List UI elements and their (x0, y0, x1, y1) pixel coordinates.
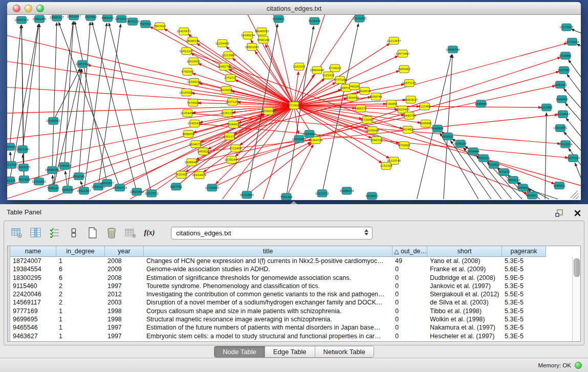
tab-node-table[interactable]: Node Table (214, 346, 265, 357)
graph-node[interactable]: 8530431 (272, 15, 285, 23)
graph-node[interactable]: 10482745 (217, 63, 231, 70)
graph-node[interactable]: 16046756 (189, 141, 203, 148)
table-row[interactable]: 969969511998Structural magnetic resonanc… (10, 315, 572, 323)
table-row[interactable]: 1938455462009Genome-wide association stu… (10, 265, 572, 273)
graph-node[interactable]: 9806854 (182, 130, 195, 137)
zoom-window-button[interactable] (36, 5, 44, 12)
tab-edge-table[interactable]: Edge Table (265, 346, 315, 357)
graph-node[interactable]: 19861091 (245, 43, 259, 51)
column-header-short[interactable]: short (427, 246, 502, 257)
graph-node[interactable]: 10688609 (365, 126, 380, 134)
graph-node[interactable]: 15716485 (205, 184, 219, 191)
graph-node[interactable]: 9850413 (366, 192, 379, 200)
graph-node[interactable]: 12093582 (553, 81, 567, 88)
network-canvas[interactable]: 1872400724055724206914061958518710653247… (7, 15, 581, 200)
table-row[interactable]: 2242004622012Investigating the contribut… (10, 290, 572, 298)
graph-node[interactable]: 11173106 (559, 24, 574, 31)
graph-node[interactable]: 8215955 (540, 104, 553, 111)
window-resize-grip[interactable] (571, 191, 579, 199)
table-scrollbar[interactable] (572, 257, 580, 341)
graph-node[interactable]: 1594949 (475, 100, 488, 107)
graph-node[interactable]: 19904448 (310, 67, 324, 74)
graph-node[interactable]: 14671358 (125, 18, 140, 25)
network-graph[interactable]: 1872400724055724206914061958518710653247… (7, 15, 581, 200)
graph-node[interactable]: 12048254 (241, 32, 255, 39)
row-height-icon[interactable] (68, 227, 79, 238)
graph-node[interactable]: 6466160 (101, 15, 114, 21)
graph-node[interactable]: 1151329 (380, 162, 393, 169)
graph-node[interactable]: 15485429 (188, 120, 202, 127)
column-header-title[interactable]: title (144, 246, 393, 257)
graph-node[interactable]: 8596140 (257, 36, 270, 43)
graph-node[interactable]: 10193983 (240, 191, 254, 199)
minimize-window-button[interactable] (25, 5, 32, 12)
close-panel-icon[interactable] (572, 207, 583, 218)
graph-node[interactable]: 1244415 (556, 96, 568, 103)
graph-node[interactable]: 1890728 (371, 137, 383, 144)
graph-node[interactable]: 2752715 (224, 74, 236, 81)
graph-node[interactable]: 9777169 (334, 76, 347, 83)
graph-node[interactable]: 7625402 (175, 171, 187, 178)
graph-node[interactable]: 9436058 (220, 86, 233, 94)
graph-node[interactable]: 11254498 (215, 40, 230, 47)
graph-node[interactable]: 16640593 (255, 28, 269, 35)
graph-node[interactable]: 18951295 (15, 146, 29, 153)
table-settings-icon[interactable] (11, 227, 23, 238)
graph-node[interactable]: 1493822 (197, 148, 209, 155)
graph-node[interactable]: 8471676 (498, 168, 511, 176)
graph-node[interactable]: 10973493 (396, 50, 410, 57)
graph-node[interactable]: 18724007 (287, 102, 301, 109)
graph-node[interactable]: 16946154 (340, 187, 354, 194)
graph-node[interactable]: 7632621 (488, 161, 500, 168)
table-row[interactable]: 1872400712008Changes of HCN gene express… (10, 257, 572, 265)
graph-node[interactable]: 1527602 (84, 15, 97, 20)
graph-node[interactable]: 16619501 (187, 58, 201, 65)
graph-node[interactable]: 19654923 (401, 126, 415, 133)
table-row[interactable]: 911546021997Tourette syndrome. Phenomeno… (10, 282, 572, 290)
graph-node[interactable]: 18300295 (262, 107, 275, 115)
table-selector-dropdown[interactable]: citations_edges.txt (171, 227, 373, 239)
graph-node[interactable]: 17016534 (558, 141, 573, 148)
graph-node[interactable]: 15720407 (360, 116, 374, 123)
float-panel-icon[interactable] (553, 207, 564, 218)
graph-node[interactable]: 19158452 (292, 136, 306, 143)
graph-node[interactable]: 7674402 (187, 99, 199, 106)
graph-node[interactable]: 746266 (349, 82, 360, 90)
table-row[interactable]: 1830029562008Estimation of significance … (10, 274, 572, 282)
column-header-year[interactable]: year (105, 246, 144, 257)
table-row[interactable]: 977716911998Corpus callosum shape and si… (10, 307, 572, 315)
graph-node[interactable]: 9857791 (170, 183, 182, 190)
column-header-in-degree[interactable]: in_degree (56, 246, 105, 257)
new-table-icon[interactable] (87, 227, 98, 238)
column-header-pagerank[interactable]: pagerank (502, 246, 546, 257)
graph-node[interactable]: 10654112 (506, 176, 520, 183)
graph-node[interactable]: 12504104 (187, 78, 202, 85)
graph-node[interactable]: 19463627 (404, 96, 418, 103)
graph-node[interactable]: 9115460 (419, 103, 431, 110)
graph-node[interactable]: 7515526 (139, 20, 152, 28)
select-columns-icon[interactable] (49, 227, 60, 238)
graph-node[interactable]: 12975115 (402, 79, 416, 86)
graph-node[interactable]: 7485063 (398, 65, 411, 73)
graph-node[interactable]: 9329966 (559, 52, 572, 59)
graph-node[interactable]: 7486372 (355, 105, 367, 112)
column-header-out-de-[interactable]: △ out_de… (393, 246, 427, 257)
graph-node[interactable]: 9850412 (526, 192, 538, 199)
graph-node[interactable]: 18130295 (353, 15, 366, 22)
graph-node[interactable]: 10391447 (225, 156, 238, 163)
graph-node[interactable]: 18381339 (221, 110, 235, 117)
graph-node[interactable]: 11254458 (181, 110, 195, 117)
column-header-name[interactable]: name (10, 246, 56, 257)
graph-node[interactable]: 15058355 (16, 164, 30, 171)
column-settings-icon[interactable] (30, 227, 41, 238)
graph-node[interactable]: 1162815 (293, 63, 305, 70)
graph-node[interactable]: 9245032 (553, 182, 565, 189)
delete-table-icon[interactable] (106, 227, 117, 238)
graph-node[interactable]: 9245652 (517, 184, 529, 191)
graph-node[interactable]: 24055724 (14, 16, 29, 24)
graph-node[interactable]: 3624554 (359, 87, 372, 95)
graph-node[interactable]: 15184945 (302, 130, 316, 137)
graph-node[interactable]: 8130434 (309, 17, 321, 25)
graph-node[interactable]: 20691406 (32, 15, 47, 23)
function-builder-icon[interactable]: f(x) (144, 227, 155, 238)
